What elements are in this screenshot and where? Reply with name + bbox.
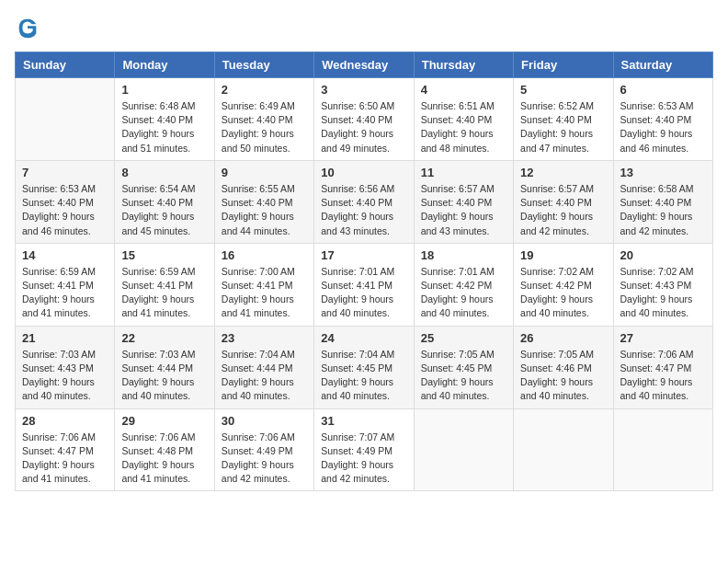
- day-number: 10: [321, 166, 406, 179]
- column-header-wednesday: Wednesday: [314, 52, 414, 78]
- day-number: 24: [321, 331, 406, 345]
- calendar-cell: 23Sunrise: 7:04 AMSunset: 4:44 PMDayligh…: [214, 326, 313, 408]
- calendar-cell: 15Sunrise: 6:59 AMSunset: 4:41 PMDayligh…: [115, 243, 214, 326]
- day-info: Sunrise: 6:53 AMSunset: 4:40 PMDaylight:…: [22, 182, 108, 238]
- day-info: Sunrise: 6:53 AMSunset: 4:40 PMDaylight:…: [620, 99, 706, 155]
- day-info: Sunrise: 7:03 AMSunset: 4:44 PMDaylight:…: [121, 348, 207, 404]
- calendar-cell: [16, 78, 115, 161]
- day-number: 20: [620, 248, 706, 262]
- day-number: 28: [22, 414, 108, 428]
- calendar-cell: 25Sunrise: 7:05 AMSunset: 4:45 PMDayligh…: [414, 326, 513, 408]
- column-header-friday: Friday: [514, 52, 613, 78]
- day-info: Sunrise: 7:05 AMSunset: 4:45 PMDaylight:…: [421, 348, 506, 404]
- column-header-monday: Monday: [115, 52, 214, 78]
- calendar-cell: 26Sunrise: 7:05 AMSunset: 4:46 PMDayligh…: [514, 326, 613, 408]
- day-number: 6: [620, 83, 706, 97]
- calendar-cell: 30Sunrise: 7:06 AMSunset: 4:49 PMDayligh…: [214, 408, 313, 491]
- day-info: Sunrise: 7:00 AMSunset: 4:41 PMDaylight:…: [222, 265, 307, 321]
- calendar-header-row: SundayMondayTuesdayWednesdayThursdayFrid…: [16, 52, 713, 78]
- day-number: 11: [421, 166, 506, 179]
- day-info: Sunrise: 6:54 AMSunset: 4:40 PMDaylight:…: [121, 182, 207, 238]
- calendar-week-2: 7Sunrise: 6:53 AMSunset: 4:40 PMDaylight…: [16, 160, 713, 243]
- page-header: [15, 15, 713, 40]
- day-info: Sunrise: 6:52 AMSunset: 4:40 PMDaylight:…: [520, 99, 606, 155]
- day-number: 15: [121, 248, 207, 262]
- day-number: 26: [520, 331, 606, 345]
- calendar-cell: 14Sunrise: 6:59 AMSunset: 4:41 PMDayligh…: [16, 243, 115, 326]
- calendar-cell: 3Sunrise: 6:50 AMSunset: 4:40 PMDaylight…: [314, 78, 414, 161]
- calendar-cell: 16Sunrise: 7:00 AMSunset: 4:41 PMDayligh…: [214, 243, 313, 326]
- calendar-cell: 31Sunrise: 7:07 AMSunset: 4:49 PMDayligh…: [314, 408, 414, 491]
- day-info: Sunrise: 7:06 AMSunset: 4:48 PMDaylight:…: [121, 431, 207, 487]
- day-number: 21: [22, 331, 108, 345]
- day-number: 19: [520, 248, 606, 262]
- calendar-cell: 5Sunrise: 6:52 AMSunset: 4:40 PMDaylight…: [514, 78, 613, 161]
- day-info: Sunrise: 7:02 AMSunset: 4:42 PMDaylight:…: [520, 265, 606, 321]
- day-info: Sunrise: 6:56 AMSunset: 4:40 PMDaylight:…: [321, 182, 406, 238]
- day-info: Sunrise: 7:01 AMSunset: 4:41 PMDaylight:…: [321, 265, 406, 321]
- day-info: Sunrise: 6:49 AMSunset: 4:40 PMDaylight:…: [222, 99, 307, 155]
- column-header-sunday: Sunday: [16, 52, 115, 78]
- day-info: Sunrise: 7:02 AMSunset: 4:43 PMDaylight:…: [620, 265, 706, 321]
- day-number: 8: [121, 166, 207, 179]
- calendar-cell: 21Sunrise: 7:03 AMSunset: 4:43 PMDayligh…: [16, 326, 115, 408]
- calendar-week-1: 1Sunrise: 6:48 AMSunset: 4:40 PMDaylight…: [16, 78, 713, 161]
- calendar-cell: 20Sunrise: 7:02 AMSunset: 4:43 PMDayligh…: [613, 243, 712, 326]
- day-number: 3: [321, 83, 406, 97]
- calendar-cell: 19Sunrise: 7:02 AMSunset: 4:42 PMDayligh…: [514, 243, 613, 326]
- day-info: Sunrise: 7:04 AMSunset: 4:45 PMDaylight:…: [321, 348, 406, 404]
- day-info: Sunrise: 7:04 AMSunset: 4:44 PMDaylight:…: [222, 348, 307, 404]
- calendar-cell: [613, 408, 712, 491]
- day-number: 13: [620, 166, 706, 179]
- calendar-table: SundayMondayTuesdayWednesdayThursdayFrid…: [15, 52, 713, 491]
- calendar-cell: 13Sunrise: 6:58 AMSunset: 4:40 PMDayligh…: [613, 160, 712, 243]
- calendar-cell: 1Sunrise: 6:48 AMSunset: 4:40 PMDaylight…: [115, 78, 214, 161]
- calendar-week-4: 21Sunrise: 7:03 AMSunset: 4:43 PMDayligh…: [16, 326, 713, 408]
- day-number: 9: [222, 166, 307, 179]
- day-number: 27: [620, 331, 706, 345]
- day-info: Sunrise: 7:01 AMSunset: 4:42 PMDaylight:…: [421, 265, 506, 321]
- day-info: Sunrise: 6:59 AMSunset: 4:41 PMDaylight:…: [121, 265, 207, 321]
- day-info: Sunrise: 6:50 AMSunset: 4:40 PMDaylight:…: [321, 99, 406, 155]
- calendar-cell: 9Sunrise: 6:55 AMSunset: 4:40 PMDaylight…: [214, 160, 313, 243]
- day-number: 18: [421, 248, 506, 262]
- day-number: 4: [421, 83, 506, 97]
- day-number: 17: [321, 248, 406, 262]
- day-info: Sunrise: 7:05 AMSunset: 4:46 PMDaylight:…: [520, 348, 606, 404]
- day-number: 5: [520, 83, 606, 97]
- calendar-cell: [514, 408, 613, 491]
- day-info: Sunrise: 7:06 AMSunset: 4:49 PMDaylight:…: [222, 431, 307, 487]
- calendar-cell: 24Sunrise: 7:04 AMSunset: 4:45 PMDayligh…: [314, 326, 414, 408]
- calendar-week-5: 28Sunrise: 7:06 AMSunset: 4:47 PMDayligh…: [16, 408, 713, 491]
- day-number: 29: [121, 414, 207, 428]
- day-number: 16: [222, 248, 307, 262]
- day-info: Sunrise: 7:06 AMSunset: 4:47 PMDaylight:…: [620, 348, 706, 404]
- calendar-cell: 6Sunrise: 6:53 AMSunset: 4:40 PMDaylight…: [613, 78, 712, 161]
- day-number: 30: [222, 414, 307, 428]
- day-info: Sunrise: 6:57 AMSunset: 4:40 PMDaylight:…: [421, 182, 506, 238]
- day-number: 2: [222, 83, 307, 97]
- calendar-cell: 4Sunrise: 6:51 AMSunset: 4:40 PMDaylight…: [414, 78, 513, 161]
- day-info: Sunrise: 7:06 AMSunset: 4:47 PMDaylight:…: [22, 431, 108, 487]
- day-info: Sunrise: 6:51 AMSunset: 4:40 PMDaylight:…: [421, 99, 506, 155]
- day-number: 23: [222, 331, 307, 345]
- calendar-cell: 27Sunrise: 7:06 AMSunset: 4:47 PMDayligh…: [613, 326, 712, 408]
- calendar-cell: 18Sunrise: 7:01 AMSunset: 4:42 PMDayligh…: [414, 243, 513, 326]
- logo-icon: [15, 15, 40, 40]
- calendar-cell: 12Sunrise: 6:57 AMSunset: 4:40 PMDayligh…: [514, 160, 613, 243]
- day-number: 1: [121, 83, 207, 97]
- day-number: 14: [22, 248, 108, 262]
- logo: [15, 15, 44, 40]
- day-info: Sunrise: 7:07 AMSunset: 4:49 PMDaylight:…: [321, 431, 406, 487]
- calendar-cell: 8Sunrise: 6:54 AMSunset: 4:40 PMDaylight…: [115, 160, 214, 243]
- day-number: 22: [121, 331, 207, 345]
- calendar-cell: 2Sunrise: 6:49 AMSunset: 4:40 PMDaylight…: [214, 78, 313, 161]
- day-info: Sunrise: 6:58 AMSunset: 4:40 PMDaylight:…: [620, 182, 706, 238]
- calendar-cell: 22Sunrise: 7:03 AMSunset: 4:44 PMDayligh…: [115, 326, 214, 408]
- day-info: Sunrise: 6:55 AMSunset: 4:40 PMDaylight:…: [222, 182, 307, 238]
- calendar-cell: 28Sunrise: 7:06 AMSunset: 4:47 PMDayligh…: [16, 408, 115, 491]
- day-info: Sunrise: 6:48 AMSunset: 4:40 PMDaylight:…: [121, 99, 207, 155]
- calendar-cell: 7Sunrise: 6:53 AMSunset: 4:40 PMDaylight…: [16, 160, 115, 243]
- column-header-saturday: Saturday: [613, 52, 712, 78]
- day-info: Sunrise: 6:59 AMSunset: 4:41 PMDaylight:…: [22, 265, 108, 321]
